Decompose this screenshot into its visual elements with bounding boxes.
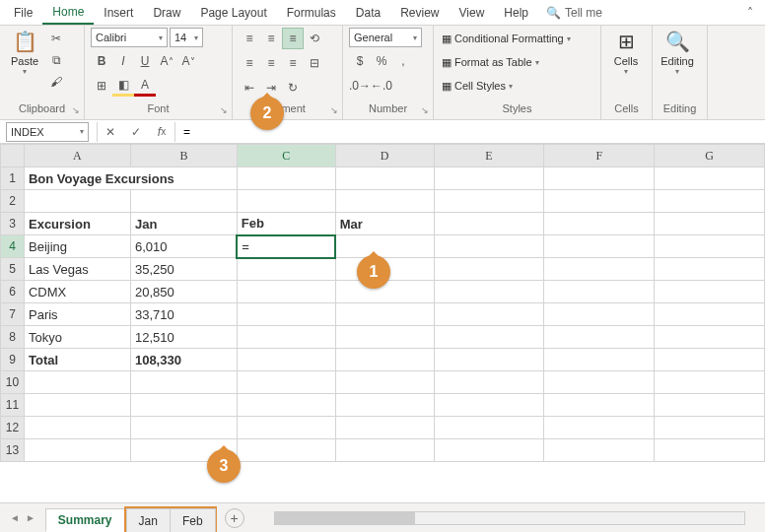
menu-insert[interactable]: Insert	[94, 2, 143, 24]
cell[interactable]	[544, 281, 655, 303]
cell[interactable]	[335, 190, 434, 213]
cell[interactable]	[237, 371, 335, 394]
cell[interactable]	[24, 394, 130, 417]
cell[interactable]	[655, 394, 765, 417]
collapse-ribbon-icon[interactable]: ˄	[739, 2, 761, 24]
cell[interactable]: CDMX	[24, 281, 130, 303]
orientation-button[interactable]: ↻	[282, 77, 304, 99]
cell-styles-button[interactable]: ▦Cell Styles▾	[442, 75, 571, 97]
col-header-e[interactable]: E	[434, 145, 544, 167]
row-header[interactable]: 9	[1, 349, 25, 371]
tell-me[interactable]: 🔍 Tell me	[546, 6, 602, 20]
cell[interactable]	[544, 235, 655, 258]
cell[interactable]	[544, 394, 655, 417]
col-header-d[interactable]: D	[335, 145, 434, 167]
row-header[interactable]: 12	[1, 417, 25, 439]
cell[interactable]	[434, 303, 544, 326]
cell[interactable]	[655, 349, 765, 371]
menu-view[interactable]: View	[450, 2, 495, 24]
align-top-button[interactable]: ≡	[239, 28, 260, 49]
decrease-decimal-button[interactable]: ←.0	[371, 75, 392, 97]
cell[interactable]: Jan	[130, 213, 237, 235]
align-bottom-button[interactable]: ≡	[282, 28, 304, 49]
cell[interactable]	[237, 326, 335, 349]
align-center-button[interactable]: ≡	[260, 52, 282, 74]
font-size-select[interactable]: 14▾	[170, 28, 203, 47]
bold-button[interactable]: B	[91, 50, 112, 72]
cell[interactable]	[544, 417, 655, 439]
cell[interactable]	[434, 213, 544, 235]
cell[interactable]	[335, 417, 434, 439]
cell[interactable]	[655, 235, 765, 258]
row-header[interactable]: 7	[1, 303, 25, 326]
cell[interactable]	[655, 258, 765, 281]
cell[interactable]	[655, 417, 765, 439]
col-header-c[interactable]: C	[237, 145, 335, 167]
cell[interactable]: Excursion	[24, 213, 130, 235]
accounting-format-button[interactable]: $	[349, 50, 371, 72]
cell[interactable]	[544, 326, 655, 349]
select-all-corner[interactable]	[1, 145, 25, 167]
dialog-launcher-icon[interactable]: ↘	[220, 103, 228, 117]
col-header-a[interactable]: A	[24, 145, 130, 167]
cell[interactable]: Paris	[24, 303, 130, 326]
row-header[interactable]: 1	[1, 167, 25, 190]
cell[interactable]: 108,330	[130, 349, 237, 371]
cell[interactable]	[655, 167, 765, 190]
row-header[interactable]: 8	[1, 326, 25, 349]
cell[interactable]: 12,510	[130, 326, 237, 349]
cell[interactable]	[655, 326, 765, 349]
align-right-button[interactable]: ≡	[282, 52, 304, 74]
cell[interactable]: Tokyo	[24, 326, 130, 349]
cell[interactable]	[335, 303, 434, 326]
menu-data[interactable]: Data	[346, 2, 390, 24]
cell[interactable]	[335, 394, 434, 417]
col-header-g[interactable]: G	[655, 145, 765, 167]
cut-button[interactable]: ✂	[45, 28, 67, 49]
cell[interactable]	[434, 371, 544, 394]
new-sheet-button[interactable]: +	[225, 508, 244, 528]
fill-color-button[interactable]: ◧	[112, 75, 134, 97]
editing-button[interactable]: 🔍 Editing ▾	[659, 28, 696, 78]
wrap-text-button[interactable]: ⟲	[304, 28, 325, 49]
cell[interactable]	[544, 213, 655, 235]
cell[interactable]	[24, 371, 130, 394]
cell[interactable]	[544, 258, 655, 281]
cell[interactable]	[434, 281, 544, 303]
cell[interactable]	[24, 439, 130, 462]
cell[interactable]	[237, 439, 335, 462]
cell[interactable]	[434, 439, 544, 462]
cell[interactable]	[655, 439, 765, 462]
align-middle-button[interactable]: ≡	[260, 28, 282, 49]
fx-button[interactable]: fx	[149, 122, 174, 142]
format-painter-button[interactable]: 🖌	[45, 71, 67, 93]
active-cell[interactable]: =	[237, 235, 335, 258]
menu-home[interactable]: Home	[42, 1, 94, 25]
cell[interactable]	[237, 417, 335, 439]
cell[interactable]	[130, 371, 237, 394]
cell[interactable]	[655, 281, 765, 303]
cell[interactable]	[237, 190, 335, 213]
increase-decimal-button[interactable]: .0→	[349, 75, 371, 97]
row-header[interactable]: 5	[1, 258, 25, 281]
col-header-f[interactable]: F	[544, 145, 655, 167]
sheet-tab-feb[interactable]: Feb	[170, 508, 216, 532]
dialog-launcher-icon[interactable]: ↘	[72, 103, 80, 117]
menu-file[interactable]: File	[4, 2, 42, 24]
comma-format-button[interactable]: ,	[392, 50, 414, 72]
cell[interactable]: 6,010	[130, 235, 237, 258]
cell[interactable]: Total	[24, 349, 130, 371]
cell[interactable]	[544, 167, 655, 190]
cell[interactable]	[434, 235, 544, 258]
cell[interactable]	[434, 167, 544, 190]
borders-button[interactable]: ⊞	[91, 75, 112, 97]
cell[interactable]	[130, 394, 237, 417]
sheet-nav-next[interactable]: ►	[26, 512, 35, 523]
cancel-formula-button[interactable]: ✕	[98, 122, 123, 142]
cell[interactable]	[237, 394, 335, 417]
percent-format-button[interactable]: %	[371, 50, 392, 72]
cells-button[interactable]: ⊞ Cells ▾	[607, 28, 645, 78]
cell[interactable]	[237, 167, 335, 190]
cell[interactable]: Feb	[237, 213, 335, 235]
name-box[interactable]: INDEX▾	[6, 122, 89, 142]
